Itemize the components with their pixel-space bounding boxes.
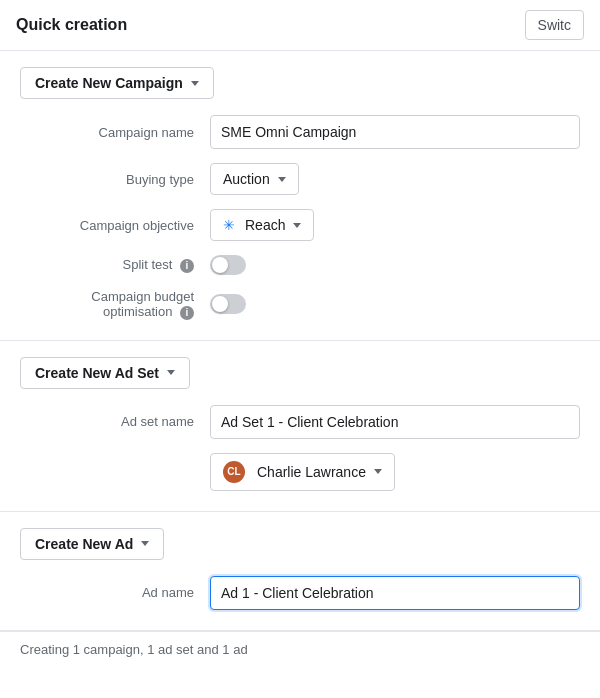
chevron-down-icon (141, 541, 149, 546)
campaign-name-row: Campaign name (20, 115, 580, 149)
footer-status: Creating 1 campaign, 1 ad set and 1 ad (0, 631, 600, 667)
chevron-down-icon (191, 81, 199, 86)
campaign-objective-dropdown[interactable]: ✳ Reach (210, 209, 314, 241)
ad-name-control (210, 576, 580, 610)
campaign-budget-row: Campaign budget optimisation i (20, 289, 580, 320)
page-header: Quick creation Switc (0, 0, 600, 51)
campaign-budget-toggle-area (210, 294, 580, 314)
buying-type-control: Auction (210, 163, 580, 195)
campaign-name-input[interactable] (210, 115, 580, 149)
ad-section: Create New Ad Ad name (0, 512, 600, 631)
chevron-down-icon (374, 469, 382, 474)
ad-name-row: Ad name (20, 576, 580, 610)
campaign-budget-label: Campaign budget optimisation i (20, 289, 210, 320)
ad-set-name-control (210, 405, 580, 439)
split-test-label: Split test i (20, 257, 210, 273)
ad-set-name-row: Ad set name (20, 405, 580, 439)
ad-name-input[interactable] (210, 576, 580, 610)
chevron-down-icon (278, 177, 286, 182)
chevron-down-icon (293, 223, 301, 228)
campaign-name-label: Campaign name (20, 125, 210, 140)
split-test-toggle[interactable] (210, 255, 246, 275)
owner-row: CL Charlie Lawrance (20, 453, 580, 491)
reach-icon: ✳ (223, 217, 235, 233)
split-test-toggle-area (210, 255, 580, 275)
toggle-thumb (212, 257, 228, 273)
ad-name-label: Ad name (20, 585, 210, 600)
buying-type-dropdown[interactable]: Auction (210, 163, 299, 195)
owner-dropdown[interactable]: CL Charlie Lawrance (210, 453, 395, 491)
buying-type-row: Buying type Auction (20, 163, 580, 195)
campaign-objective-row: Campaign objective ✳ Reach (20, 209, 580, 241)
split-test-info-icon[interactable]: i (180, 259, 194, 273)
campaign-objective-label: Campaign objective (20, 218, 210, 233)
owner-control: CL Charlie Lawrance (210, 453, 580, 491)
toggle-thumb (212, 296, 228, 312)
campaign-objective-control: ✳ Reach (210, 209, 580, 241)
avatar: CL (223, 461, 245, 483)
ad-set-name-label: Ad set name (20, 414, 210, 429)
create-new-campaign-button[interactable]: Create New Campaign (20, 67, 214, 99)
create-new-ad-set-button[interactable]: Create New Ad Set (20, 357, 190, 389)
campaign-section: Create New Campaign Campaign name Buying… (0, 51, 600, 341)
campaign-budget-toggle[interactable] (210, 294, 246, 314)
ad-set-section: Create New Ad Set Ad set name CL Charlie… (0, 341, 600, 512)
buying-type-label: Buying type (20, 172, 210, 187)
campaign-name-control (210, 115, 580, 149)
create-new-ad-button[interactable]: Create New Ad (20, 528, 164, 560)
split-test-row: Split test i (20, 255, 580, 275)
switch-button[interactable]: Switc (525, 10, 584, 40)
campaign-budget-info-icon[interactable]: i (180, 306, 194, 320)
chevron-down-icon (167, 370, 175, 375)
ad-set-name-input[interactable] (210, 405, 580, 439)
page-title: Quick creation (16, 16, 127, 34)
